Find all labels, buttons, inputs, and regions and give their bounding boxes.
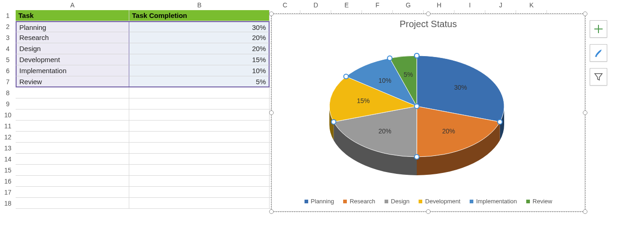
row-header[interactable]: 6 (0, 65, 16, 76)
series-selection-handle[interactable] (414, 104, 419, 109)
chart-styles-button[interactable] (590, 44, 607, 62)
col-header-H[interactable]: H (424, 0, 454, 10)
cell[interactable] (16, 87, 129, 98)
chart-legend[interactable]: Planning Research Design Development Imp… (272, 198, 585, 205)
resize-handle-s[interactable] (426, 209, 431, 214)
col-header-C[interactable]: C (270, 0, 300, 10)
cell[interactable] (129, 132, 270, 143)
legend-swatch (526, 200, 530, 203)
cell[interactable] (129, 187, 270, 198)
cell[interactable] (129, 109, 270, 121)
cell[interactable] (129, 143, 270, 154)
legend-item[interactable]: Development (419, 198, 460, 205)
row-header[interactable]: 13 (0, 143, 16, 154)
legend-item[interactable]: Review (526, 198, 552, 205)
col-header-G[interactable]: G (393, 0, 424, 10)
cell-A3[interactable]: Research (16, 32, 129, 43)
cell[interactable] (129, 154, 270, 165)
col-header-I[interactable]: I (454, 0, 485, 10)
cell[interactable] (16, 143, 129, 154)
row-header[interactable]: 10 (0, 109, 16, 121)
row-header[interactable]: 7 (0, 76, 16, 87)
resize-handle-se[interactable] (583, 209, 587, 214)
col-header-E[interactable]: E (331, 0, 362, 10)
cell[interactable] (16, 165, 129, 176)
row-header[interactable]: 8 (0, 87, 16, 98)
chart-elements-button[interactable] (590, 20, 607, 38)
resize-handle-ne[interactable] (583, 12, 587, 16)
cell[interactable] (16, 198, 129, 209)
legend-item[interactable]: Implementation (470, 198, 517, 205)
cell-A5[interactable]: Development (16, 54, 129, 65)
slice-label: 10% (379, 77, 391, 84)
row-header[interactable]: 18 (0, 198, 16, 209)
row-header[interactable]: 11 (0, 121, 16, 132)
col-header-F[interactable]: F (362, 0, 393, 10)
pie-chart[interactable]: 30%20%20%15%10%5% (318, 42, 516, 184)
resize-handle-nw[interactable] (269, 12, 274, 16)
cell-B2[interactable]: 30% (129, 21, 270, 32)
chart-title[interactable]: Project Status (272, 19, 585, 29)
cell[interactable] (129, 176, 270, 187)
cell[interactable] (16, 132, 129, 143)
legend-label: Development (425, 198, 460, 205)
cell[interactable] (16, 176, 129, 187)
cell-B6[interactable]: 10% (129, 65, 270, 76)
cell-B4[interactable]: 20% (129, 43, 270, 54)
row-header[interactable]: 9 (0, 98, 16, 109)
cell[interactable] (129, 98, 270, 109)
cell[interactable] (129, 198, 270, 209)
legend-item[interactable]: Planning (305, 198, 334, 205)
cell-A7[interactable]: Review (16, 76, 129, 87)
row-header[interactable]: 4 (0, 43, 16, 54)
cell-A2[interactable]: Planning (16, 21, 129, 32)
row-header[interactable]: 15 (0, 165, 16, 176)
series-selection-handle[interactable] (414, 155, 419, 159)
resize-handle-sw[interactable] (269, 209, 274, 214)
slice-label: 20% (379, 127, 391, 135)
plus-icon (593, 24, 604, 34)
chart-object[interactable]: Project Status 30%20%20%15%10%5% Plannin… (271, 14, 585, 212)
cell-B7[interactable]: 5% (129, 76, 270, 87)
col-header-A[interactable]: A (16, 0, 129, 10)
col-header-D[interactable]: D (300, 0, 331, 10)
col-header-K[interactable]: K (516, 0, 547, 10)
cell[interactable] (16, 98, 129, 109)
col-header-J[interactable]: J (485, 0, 516, 10)
cell[interactable] (16, 109, 129, 121)
row-header[interactable]: 14 (0, 154, 16, 165)
legend-item[interactable]: Design (385, 198, 409, 205)
row-header[interactable]: 2 (0, 21, 16, 32)
cell-A1[interactable]: Task (16, 10, 129, 21)
resize-handle-w[interactable] (269, 110, 274, 115)
series-selection-handle[interactable] (387, 56, 392, 60)
cell[interactable] (129, 121, 270, 132)
series-selection-handle[interactable] (414, 53, 419, 58)
cell[interactable] (16, 121, 129, 132)
cell-A4[interactable]: Design (16, 43, 129, 54)
legend-item[interactable]: Research (343, 198, 375, 205)
row-header[interactable]: 16 (0, 176, 16, 187)
cell[interactable] (129, 165, 270, 176)
series-selection-handle[interactable] (344, 74, 348, 79)
select-all-corner[interactable] (0, 0, 16, 10)
cell[interactable] (16, 154, 129, 165)
resize-handle-n[interactable] (426, 12, 431, 16)
resize-handle-e[interactable] (583, 110, 587, 115)
cell-A6[interactable]: Implementation (16, 65, 129, 76)
cell-B3[interactable]: 20% (129, 32, 270, 43)
cell-B1[interactable]: Task Completion (129, 10, 270, 21)
cell[interactable] (16, 187, 129, 198)
chart-filters-button[interactable] (590, 68, 607, 86)
row-header[interactable]: 1 (0, 10, 16, 21)
series-selection-handle[interactable] (331, 120, 336, 124)
row-header[interactable]: 17 (0, 187, 16, 198)
col-header-B[interactable]: B (129, 0, 270, 10)
row-header[interactable]: 12 (0, 132, 16, 143)
row-header[interactable]: 3 (0, 32, 16, 43)
worksheet: A B C D E F G H I J K 1 2 3 4 5 6 7 8 9 … (0, 0, 644, 230)
cell[interactable] (129, 87, 270, 98)
series-selection-handle[interactable] (498, 120, 502, 124)
row-header[interactable]: 5 (0, 54, 16, 65)
cell-B5[interactable]: 15% (129, 54, 270, 65)
